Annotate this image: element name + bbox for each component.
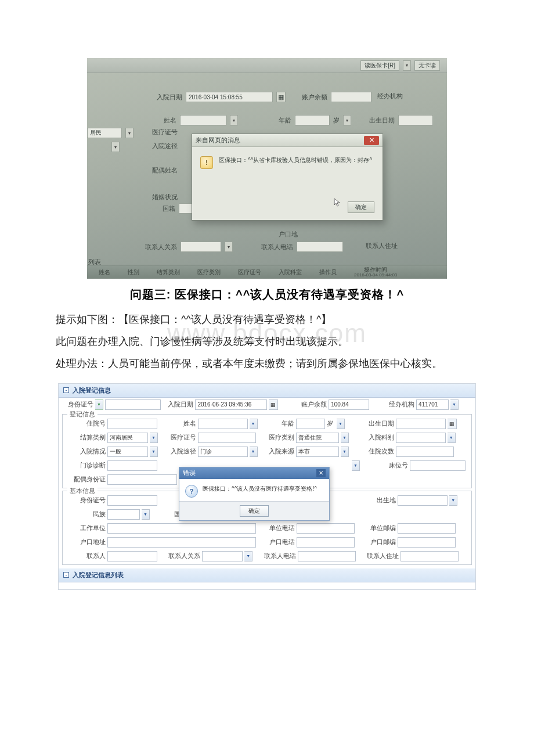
photo1-table-header: 姓名 性别 结算类别 医疗类别 医疗证号 入院科室 操作员 操作时间 2016-… [87, 265, 447, 279]
col-medtype: 医疗类别 [197, 268, 221, 276]
spouse-id-label: 配偶身份证 [68, 475, 106, 484]
admit-date-input[interactable]: 2016-06-23 09:45:36 [195, 399, 267, 410]
dropdown-icon[interactable]: ▼ [150, 447, 158, 457]
dob-input[interactable] [396, 419, 446, 429]
screenshot-photo-1: 读医保卡[R] ▾ 无卡读 入院日期 2016-03-04 15:08:55 ▦… [87, 58, 447, 279]
photo1-topbar: 读医保卡[R] ▾ 无卡读 [87, 58, 447, 73]
ethnic-input[interactable] [107, 509, 140, 520]
col-insno: 医疗证号 [238, 268, 261, 276]
hukou-tel-input[interactable] [297, 537, 355, 548]
panel-title: 入院登记信息列表 [73, 571, 124, 579]
error-dialog-message: 医保接口：^^该人员没有医疗待遇享受资格!^ [203, 485, 317, 493]
col-operator: 操作员 [319, 268, 337, 276]
dropdown-icon: ▾ [230, 115, 238, 125]
route-label: 入院途径 [152, 142, 178, 150]
hosp-no-input[interactable] [107, 419, 157, 429]
spouse-id-input[interactable] [107, 474, 177, 485]
name-field [180, 115, 226, 125]
dropdown-icon[interactable]: ▼ [341, 447, 349, 457]
dropdown-icon[interactable]: ▼ [449, 495, 457, 506]
employer-tel-input[interactable] [297, 523, 355, 534]
close-icon[interactable]: ✕ [316, 469, 326, 477]
screenshot-form-2: - 入院登记信息 身份证号 ▼ 入院日期 2016-06-23 09:45:36… [58, 383, 476, 590]
age-label: 年龄 [266, 419, 294, 428]
contact-rel-label: 联系人关系 [145, 243, 177, 251]
dropdown-icon[interactable]: ▼ [250, 419, 258, 429]
ins-no-label: 医疗证号 [168, 433, 196, 442]
question-heading: 问题三: 医保接口：^^该人员没有待遇享受资格！^ [35, 287, 499, 303]
dropdown-icon[interactable]: ▼ [448, 433, 456, 443]
birthplace-input[interactable] [398, 495, 448, 506]
diag-label: 门诊诊断 [68, 461, 106, 470]
calendar-icon[interactable]: ▦ [269, 399, 278, 410]
dept-input[interactable] [396, 433, 446, 443]
contact-addr-label: 联系人住址 [365, 552, 399, 560]
dropdown-icon[interactable]: ▼ [250, 447, 258, 457]
dropdown-icon[interactable]: ▼ [244, 551, 252, 561]
diag-input[interactable] [107, 460, 157, 471]
id-input[interactable] [105, 399, 161, 410]
ins-no-input[interactable] [198, 433, 256, 443]
balance-label: 账户余额 [302, 93, 327, 102]
bed-input[interactable] [410, 460, 466, 471]
admit-date-label: 入院日期 [164, 400, 193, 409]
group-legend: 登记信息 [67, 410, 98, 419]
panel-title: 入院登记信息 [73, 386, 111, 395]
times-input[interactable] [396, 447, 454, 457]
age-input[interactable] [296, 419, 325, 429]
source-label: 入院来源 [266, 447, 294, 456]
collapse-icon[interactable]: - [63, 572, 69, 578]
name-input[interactable] [198, 419, 248, 429]
contact-addr-label: 联系人住址 [366, 242, 398, 250]
close-icon[interactable]: ✕ [364, 136, 379, 145]
marital-label: 婚姻状况 [152, 193, 178, 201]
dropdown-icon[interactable]: ▼ [352, 460, 360, 471]
balance-label: 账户余额 [298, 400, 327, 409]
admit-date-label: 入院日期 [157, 93, 182, 102]
hukou-addr-input[interactable] [107, 537, 256, 548]
hukou-label: 户口地 [279, 230, 298, 239]
dropdown-icon: ▾ [343, 115, 351, 125]
collapse-icon[interactable]: - [63, 387, 69, 393]
employer-tel-label: 单位电话 [261, 524, 295, 532]
dropdown-icon[interactable]: ▼ [142, 509, 150, 520]
nationality-label: 国籍 [163, 204, 175, 213]
dropdown-icon[interactable]: ▼ [95, 399, 103, 410]
admit-date-field: 2016-03-04 15:08:55 [186, 92, 273, 102]
name-label: 姓名 [168, 419, 196, 428]
dropdown-icon[interactable]: ▼ [450, 399, 459, 410]
contact-tel-input[interactable] [298, 551, 356, 561]
contact-tel-label: 联系人电话 [262, 552, 296, 560]
settle-input[interactable]: 河南居民 [107, 433, 148, 443]
dropdown-icon: ▾ [125, 128, 134, 138]
contact-tel-field [297, 242, 343, 252]
source-input[interactable]: 本市 [296, 447, 339, 457]
employer-zip-input[interactable] [398, 523, 456, 534]
dropdown-icon[interactable]: ▼ [337, 419, 345, 429]
dept-label: 入院科别 [363, 433, 394, 442]
basic-id-label: 身份证号 [68, 496, 106, 505]
ok-button[interactable]: 确定 [348, 201, 374, 213]
age-label: 年龄 [279, 116, 291, 125]
contact-rel-input[interactable] [202, 551, 243, 561]
calendar-icon: ▦ [278, 93, 284, 101]
age-field [295, 115, 330, 125]
contact-tel-label: 联系人电话 [261, 243, 293, 251]
med-type-input[interactable]: 普通住院 [296, 433, 339, 443]
employer-input[interactable] [107, 523, 256, 534]
status-input[interactable]: 一般 [107, 447, 148, 457]
hukou-zip-input[interactable] [398, 537, 456, 548]
ok-button[interactable]: 确定 [240, 505, 269, 517]
webpage-message-dialog: 来自网页的消息 ✕ ! 医保接口：^^从省卡库校验人员信息时错误，原因为：封存^… [192, 134, 383, 221]
dropdown-icon: ▾ [111, 142, 120, 152]
dropdown-icon[interactable]: ▼ [341, 433, 349, 443]
hukou-tel-label: 户口电话 [261, 538, 295, 546]
dropdown-icon[interactable]: ▼ [150, 433, 158, 443]
contact-input[interactable] [107, 551, 157, 561]
contact-addr-input[interactable] [400, 551, 459, 561]
route-input[interactable]: 门诊 [198, 447, 248, 457]
hosp-no-label: 住院号 [68, 419, 106, 428]
basic-id-input[interactable] [107, 495, 157, 506]
calendar-icon[interactable]: ▦ [448, 419, 457, 429]
agency-input[interactable]: 411701 [416, 399, 449, 410]
